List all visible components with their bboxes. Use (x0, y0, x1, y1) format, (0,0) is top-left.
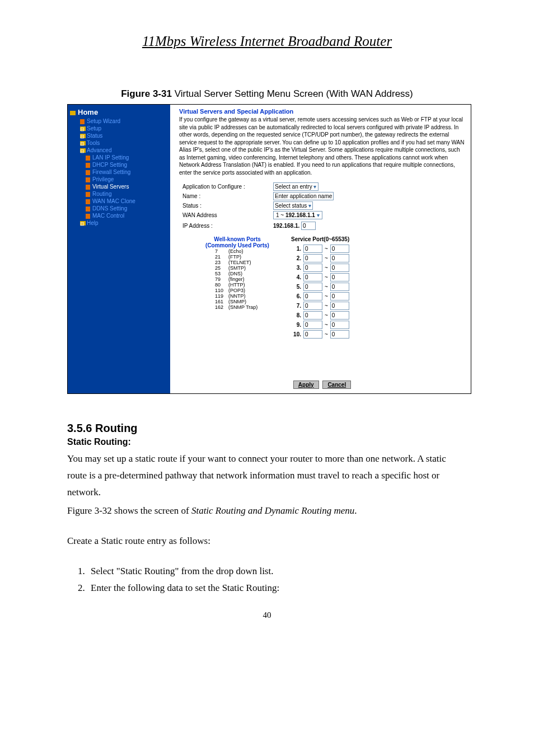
nav-item[interactable]: Status (80, 133, 168, 139)
panel-title: Virtual Servers and Special Application (179, 108, 465, 115)
para-2: Figure 3-32 shows the screen of Static R… (67, 503, 467, 519)
figure-caption-text: Virtual Server Setting Menu Screen (With… (175, 88, 413, 99)
ip-prefix: 192.168.1. (273, 223, 299, 229)
settings-form: Application to Configure : Select an ent… (179, 182, 337, 232)
wk-row: 21(FTP) (215, 254, 282, 260)
service-port-row: 2.0~0 (291, 254, 465, 262)
wk-row: 23(TELNET) (215, 260, 282, 265)
wk-title-1: Well-known Ports (193, 236, 282, 242)
well-known-ports: Well-known Ports (Commonly Used Ports) 7… (193, 236, 282, 310)
para-2a: Figure 3-32 shows the screen of (67, 505, 191, 516)
port-to-input[interactable]: 0 (330, 273, 349, 281)
service-port-row: 6.0~0 (291, 292, 465, 300)
port-from-input[interactable]: 0 (303, 311, 322, 320)
port-from-input[interactable]: 0 (303, 254, 322, 262)
apply-button[interactable]: Apply (293, 381, 319, 389)
cancel-button[interactable]: Cancel (322, 381, 351, 389)
nav-item[interactable]: MAC Control (86, 213, 168, 219)
sub-heading: Static Routing: (67, 437, 467, 447)
nav-item[interactable]: Advanced (80, 147, 168, 153)
wk-row: 161(SNMP) (215, 299, 282, 304)
nav-item[interactable]: DHCP Setting (86, 162, 168, 168)
wan-label: WAN Address (179, 210, 270, 220)
content-panel: Virtual Servers and Special Application … (170, 105, 471, 393)
nav-item[interactable]: LAN IP Setting (86, 154, 168, 161)
nav-item[interactable]: WAN MAC Clone (86, 198, 168, 204)
wk-row: 80(HTTP) (215, 282, 282, 288)
figure-caption-bold: Figure 3-31 (121, 88, 174, 99)
service-port-row: 1.0~0 (291, 245, 465, 253)
port-from-input[interactable]: 0 (303, 330, 322, 339)
service-port-row: 8.0~0 (291, 311, 465, 320)
panel-desc: If you configure the gateway as a virtua… (179, 116, 465, 176)
nav-item[interactable]: Routing (86, 191, 168, 197)
port-to-input[interactable]: 0 (330, 292, 349, 300)
para-1: You may set up a static route if your wa… (67, 450, 467, 500)
port-from-input[interactable]: 0 (303, 302, 322, 310)
step-2: Enter the following data to set the Stat… (87, 580, 467, 597)
button-bar: Apply Cancel (179, 382, 465, 388)
status-select[interactable]: Select status (273, 201, 313, 210)
step-1: Select "Static Routing" from the drop do… (87, 563, 467, 580)
nav-item[interactable]: Help (80, 220, 168, 226)
wan-prefix: 1 ~ (276, 212, 285, 218)
service-port-row: 9.0~0 (291, 321, 465, 329)
port-from-input[interactable]: 0 (303, 321, 322, 329)
wk-row: 119(NNTP) (215, 293, 282, 299)
wk-row: 162(SNMP Trap) (215, 304, 282, 310)
wan-select[interactable]: 1 ~ 192.168.1.1 ▾ (273, 211, 322, 219)
service-port-row: 4.0~0 (291, 273, 465, 281)
wk-row: 53(DNS) (215, 271, 282, 276)
ip-input[interactable]: 0 (301, 222, 316, 230)
service-port-row: 7.0~0 (291, 302, 465, 310)
doc-title: 11Mbps Wireless Internet Broadband Route… (67, 34, 467, 49)
para-2c: . (354, 505, 357, 516)
para-3: Create a Static route entry as follows: (67, 533, 467, 550)
app-config-select[interactable]: Select an entry (273, 182, 318, 191)
nav-item[interactable]: Virtual Servers (86, 184, 168, 190)
wk-row: 25(SMTP) (215, 265, 282, 271)
port-to-input[interactable]: 0 (330, 283, 349, 291)
nav-sidebar: Home Setup WizardSetupStatusToolsAdvance… (68, 105, 170, 393)
nav-item[interactable]: Firewall Setting (86, 169, 168, 175)
nav-item[interactable]: DDNS Setting (86, 205, 168, 212)
service-port-header: Service Port(0~65535) (291, 236, 465, 242)
service-port-row: 5.0~0 (291, 283, 465, 291)
port-to-input[interactable]: 0 (330, 264, 349, 272)
port-to-input[interactable]: 0 (330, 302, 349, 310)
wk-row: 110(POP3) (215, 288, 282, 293)
wk-row: 79(finger) (215, 276, 282, 282)
ip-label: IP Address : (179, 220, 270, 232)
service-port-row: 3.0~0 (291, 264, 465, 272)
screenshot-frame: Home Setup WizardSetupStatusToolsAdvance… (67, 104, 471, 394)
nav-item[interactable]: Tools (80, 140, 168, 146)
port-from-input[interactable]: 0 (303, 245, 322, 253)
nav-item[interactable]: Privilege (86, 176, 168, 182)
port-to-input[interactable]: 0 (330, 254, 349, 262)
nav-item[interactable]: Setup Wizard (80, 118, 168, 124)
page-number: 40 (67, 611, 467, 620)
port-to-input[interactable]: 0 (330, 330, 349, 339)
port-from-input[interactable]: 0 (303, 283, 322, 291)
port-to-input[interactable]: 0 (330, 321, 349, 329)
port-from-input[interactable]: 0 (303, 273, 322, 281)
wk-title-2: (Commonly Used Ports) (193, 242, 282, 248)
port-from-input[interactable]: 0 (303, 264, 322, 272)
name-input[interactable]: Enter application name (273, 192, 334, 200)
nav-home[interactable]: Home (70, 108, 168, 116)
service-port-row: 10.0~0 (291, 330, 465, 339)
nav-item[interactable]: Setup (80, 125, 168, 132)
section-heading: 3.5.6 Routing (67, 422, 467, 435)
figure-caption: Figure 3-31 Virtual Server Setting Menu … (67, 88, 467, 100)
port-from-input[interactable]: 0 (303, 292, 322, 300)
name-label: Name : (179, 191, 270, 201)
status-label: Status : (179, 201, 270, 210)
steps-list: Select "Static Routing" from the drop do… (67, 563, 467, 597)
port-to-input[interactable]: 0 (330, 311, 349, 320)
wk-row: 7(Echo) (215, 248, 282, 254)
app-config-label: Application to Configure : (179, 182, 270, 191)
wan-value: 192.168.1.1 (285, 212, 315, 218)
port-to-input[interactable]: 0 (330, 245, 349, 253)
para-2b: Static Routing and Dynamic Routing menu (191, 505, 354, 516)
